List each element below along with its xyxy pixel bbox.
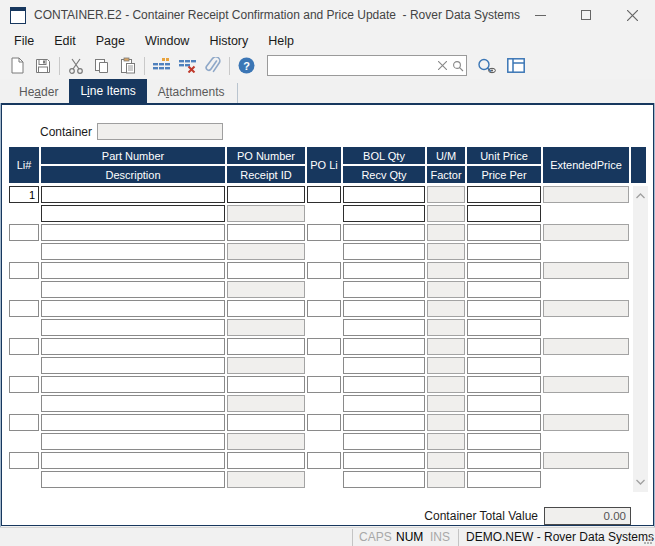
save-button[interactable]	[30, 54, 56, 77]
po-line-input[interactable]	[307, 414, 341, 431]
clear-search-icon[interactable]	[434, 58, 450, 74]
delete-row-button[interactable]	[174, 54, 200, 77]
line-number-cell[interactable]	[9, 224, 39, 241]
menu-window[interactable]: Window	[135, 32, 199, 50]
minimize-button[interactable]	[517, 0, 563, 30]
part-number-input[interactable]	[41, 452, 225, 469]
description-input[interactable]	[41, 281, 225, 298]
po-number-input[interactable]	[227, 186, 305, 203]
description-input[interactable]	[41, 395, 225, 412]
unit-price-input[interactable]	[467, 338, 541, 355]
bol-qty-input[interactable]	[343, 452, 425, 469]
close-button[interactable]	[609, 0, 655, 30]
line-number-cell[interactable]	[9, 300, 39, 317]
description-input[interactable]	[41, 243, 225, 260]
po-line-input[interactable]	[307, 224, 341, 241]
part-number-input[interactable]	[41, 300, 225, 317]
description-input[interactable]	[41, 433, 225, 450]
price-per-input[interactable]	[467, 243, 541, 260]
bol-qty-input[interactable]	[343, 262, 425, 279]
menu-help[interactable]: Help	[258, 32, 304, 50]
tab-attachments[interactable]: Attachments	[147, 81, 236, 103]
unit-price-input[interactable]	[467, 300, 541, 317]
bol-qty-input[interactable]	[343, 224, 425, 241]
price-per-input[interactable]	[467, 395, 541, 412]
menu-history[interactable]: History	[199, 32, 258, 50]
resize-grip-icon[interactable]	[644, 536, 653, 545]
part-number-input[interactable]	[41, 338, 225, 355]
price-per-input[interactable]	[467, 433, 541, 450]
part-number-input[interactable]	[41, 186, 225, 203]
search-icon[interactable]	[450, 58, 466, 74]
po-number-input[interactable]	[227, 262, 305, 279]
price-per-input[interactable]	[467, 281, 541, 298]
line-number-cell[interactable]	[9, 262, 39, 279]
bol-qty-input[interactable]	[343, 414, 425, 431]
unit-price-input[interactable]	[467, 414, 541, 431]
bol-qty-input[interactable]	[343, 186, 425, 203]
price-per-input[interactable]	[467, 205, 541, 222]
recv-qty-input[interactable]	[343, 281, 425, 298]
description-input[interactable]	[41, 205, 225, 222]
bol-qty-input[interactable]	[343, 338, 425, 355]
bol-qty-input[interactable]	[343, 376, 425, 393]
scroll-up-icon[interactable]	[633, 188, 648, 204]
layout-view-button[interactable]	[503, 54, 529, 77]
unit-price-input[interactable]	[467, 262, 541, 279]
tab-line-items[interactable]: Line Items	[69, 79, 146, 103]
po-number-input[interactable]	[227, 338, 305, 355]
po-line-input[interactable]	[307, 452, 341, 469]
recv-qty-input[interactable]	[343, 471, 425, 488]
po-line-input[interactable]	[307, 300, 341, 317]
po-number-input[interactable]	[227, 376, 305, 393]
find-record-button[interactable]	[473, 54, 499, 77]
maximize-button[interactable]	[563, 0, 609, 30]
copy-button[interactable]	[89, 54, 115, 77]
recv-qty-input[interactable]	[343, 357, 425, 374]
po-number-input[interactable]	[227, 224, 305, 241]
recv-qty-input[interactable]	[343, 319, 425, 336]
unit-price-input[interactable]	[467, 186, 541, 203]
po-line-input[interactable]	[307, 338, 341, 355]
po-line-input[interactable]	[307, 376, 341, 393]
recv-qty-input[interactable]	[343, 243, 425, 260]
menu-page[interactable]: Page	[86, 32, 135, 50]
scroll-down-icon[interactable]	[633, 474, 648, 490]
po-line-input[interactable]	[307, 262, 341, 279]
line-number-cell[interactable]	[9, 452, 39, 469]
price-per-input[interactable]	[467, 319, 541, 336]
description-input[interactable]	[41, 471, 225, 488]
part-number-input[interactable]	[41, 376, 225, 393]
line-number-cell[interactable]	[9, 338, 39, 355]
bol-qty-input[interactable]	[343, 300, 425, 317]
unit-price-input[interactable]	[467, 224, 541, 241]
unit-price-input[interactable]	[467, 376, 541, 393]
po-number-input[interactable]	[227, 414, 305, 431]
line-number-cell[interactable]	[9, 376, 39, 393]
search-input[interactable]	[268, 58, 434, 73]
recv-qty-input[interactable]	[343, 205, 425, 222]
paste-button[interactable]	[115, 54, 141, 77]
line-number-cell[interactable]: 1	[9, 186, 39, 203]
price-per-input[interactable]	[467, 357, 541, 374]
price-per-input[interactable]	[467, 471, 541, 488]
recv-qty-input[interactable]	[343, 395, 425, 412]
new-document-button[interactable]	[4, 54, 30, 77]
description-input[interactable]	[41, 319, 225, 336]
menu-edit[interactable]: Edit	[44, 32, 86, 50]
tab-header[interactable]: Header	[8, 81, 69, 103]
po-number-input[interactable]	[227, 452, 305, 469]
cut-button[interactable]	[63, 54, 89, 77]
part-number-input[interactable]	[41, 224, 225, 241]
po-line-input[interactable]	[307, 186, 341, 203]
description-input[interactable]	[41, 357, 225, 374]
recv-qty-input[interactable]	[343, 433, 425, 450]
part-number-input[interactable]	[41, 414, 225, 431]
part-number-input[interactable]	[41, 262, 225, 279]
menu-file[interactable]: File	[4, 32, 44, 50]
attachment-button[interactable]	[200, 54, 226, 77]
po-number-input[interactable]	[227, 300, 305, 317]
insert-row-button[interactable]	[148, 54, 174, 77]
unit-price-input[interactable]	[467, 452, 541, 469]
line-number-cell[interactable]	[9, 414, 39, 431]
